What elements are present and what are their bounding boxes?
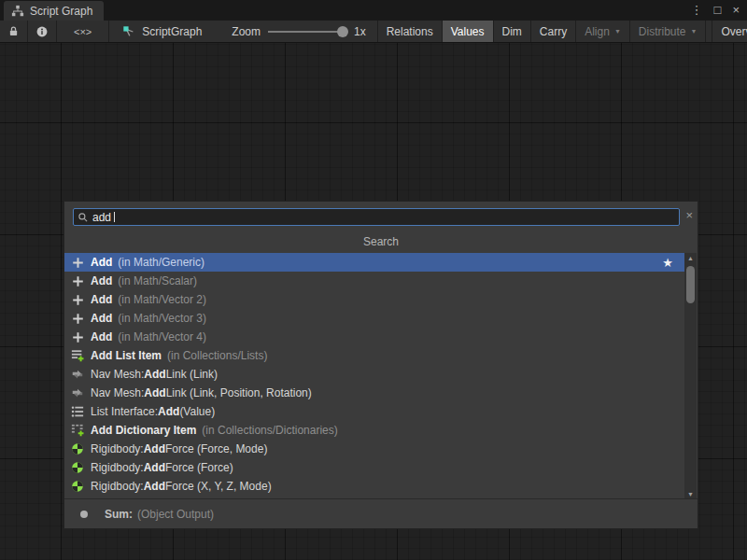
info-icon	[35, 25, 49, 38]
result-text-suffix: Force (X, Y, Z, Mode)	[165, 480, 272, 493]
scrollbar[interactable]: ▲ ▼	[684, 253, 697, 500]
rigidbody-icon	[70, 479, 85, 494]
result-text-suffix: Force (Force)	[165, 461, 233, 474]
result-text-match: Add	[91, 274, 112, 287]
rigidbody-icon	[70, 460, 85, 475]
chevron-down-icon: ▼	[614, 28, 621, 35]
result-text-suffix: Link (Link)	[166, 368, 218, 381]
zoom-control: Zoom 1x	[215, 21, 374, 42]
result-row[interactable]: Add(in Math/Generic)★	[64, 253, 686, 272]
rigidbody-icon	[70, 441, 85, 456]
result-category-note: (in Collections/Dictionaries)	[202, 424, 337, 437]
close-icon[interactable]: ×	[685, 209, 693, 222]
navmesh-icon	[70, 367, 85, 382]
result-row[interactable]: List Interface: Add (Value)	[64, 402, 686, 421]
plus-icon	[70, 329, 85, 344]
navmesh-icon	[70, 385, 85, 400]
result-category-note: (in Math/Vector 4)	[118, 330, 206, 343]
favorite-star-icon[interactable]: ★	[662, 256, 681, 270]
result-text-match: Add	[144, 386, 165, 399]
graph-hierarchy-icon	[11, 5, 24, 18]
result-row[interactable]: Add(in Math/Vector 2)	[64, 290, 686, 309]
script-graph-icon	[122, 25, 135, 38]
result-category-note: (in Math/Generic)	[118, 256, 204, 269]
tab-label: Script Graph	[30, 5, 92, 18]
result-row[interactable]: Rigidbody: Add Force (Force)	[64, 458, 686, 477]
footer-port-name: Sum:	[105, 508, 133, 521]
plus-icon	[70, 273, 85, 288]
graph-toolbar: <×> ScriptGraph Zoom 1x Relations Values…	[0, 21, 747, 43]
window-maximize-icon[interactable]: □	[714, 0, 722, 21]
angle-x-icon: <×>	[74, 26, 92, 37]
result-category-note: (in Math/Vector 2)	[118, 293, 206, 306]
align-button[interactable]: Align ▼	[576, 21, 630, 42]
zoom-label: Zoom	[232, 25, 261, 38]
zoom-slider-handle[interactable]	[337, 26, 348, 37]
result-text-prefix: List Interface:	[91, 405, 158, 418]
dim-button[interactable]: Dim	[494, 21, 531, 42]
result-text-suffix: Link (Link, Position, Rotation)	[166, 386, 312, 399]
overview-button[interactable]: Overview	[712, 21, 747, 42]
output-port-icon	[80, 511, 88, 518]
chevron-down-icon: ▼	[691, 28, 698, 35]
result-text-prefix: Rigidbody:	[91, 480, 144, 493]
zoom-value: 1x	[354, 25, 366, 38]
list-interface-icon	[70, 404, 85, 419]
values-button[interactable]: Values	[443, 21, 494, 42]
search-row: ×	[64, 202, 698, 232]
result-text-match: Add	[144, 442, 165, 455]
graph-breadcrumb[interactable]: ScriptGraph	[109, 21, 215, 42]
result-text-match: Add List Item	[91, 349, 162, 362]
result-text-match: Add	[91, 312, 112, 325]
result-text-match: Add	[144, 368, 165, 381]
result-category-note: (in Math/Scalar)	[118, 274, 197, 287]
result-category-note: (in Collections/Lists)	[167, 349, 267, 362]
fuzzy-finder-dialog: × Search Add(in Math/Generic)★Add(in Mat…	[63, 201, 698, 529]
result-text-prefix: Nav Mesh:	[91, 386, 144, 399]
footer-port-type: (Object Output)	[137, 508, 214, 521]
search-results-header: Search	[64, 232, 698, 252]
window-more-icon[interactable]: ⋮	[691, 0, 703, 21]
result-row[interactable]: Add Dictionary Item(in Collections/Dicti…	[64, 421, 686, 440]
result-text-match: Add	[144, 480, 165, 493]
result-row[interactable]: Add(in Math/Scalar)	[64, 272, 686, 290]
search-icon	[78, 212, 89, 223]
info-button[interactable]	[28, 21, 57, 42]
result-row[interactable]: Add(in Math/Vector 3)	[64, 309, 686, 328]
title-bar: Script Graph ⋮ □ ×	[0, 0, 747, 21]
result-text-match: Add	[91, 330, 112, 343]
result-row[interactable]: Nav Mesh: Add Link (Link, Position, Rota…	[64, 384, 686, 402]
result-text-prefix: Rigidbody:	[91, 461, 144, 474]
window-close-icon[interactable]: ×	[732, 0, 740, 21]
result-text-match: Add	[144, 461, 165, 474]
distribute-button[interactable]: Distribute ▼	[630, 21, 707, 42]
tab-script-graph[interactable]: Script Graph	[4, 1, 104, 21]
scroll-up-icon[interactable]: ▲	[684, 253, 697, 264]
result-row[interactable]: Add(in Math/Vector 4)	[64, 328, 686, 346]
lock-icon	[7, 25, 20, 37]
plus-icon	[70, 292, 85, 307]
result-text-match: Add	[91, 293, 112, 306]
search-input[interactable]	[89, 211, 675, 224]
dictionary-add-icon	[70, 423, 85, 438]
text-caret	[114, 212, 115, 222]
graph-breadcrumb-label: ScriptGraph	[142, 25, 202, 38]
result-text-suffix: (Value)	[179, 405, 215, 418]
result-row[interactable]: Add List Item(in Collections/Lists)	[64, 346, 686, 365]
search-box[interactable]	[73, 208, 680, 226]
lock-button[interactable]	[0, 21, 28, 42]
angle-x-button[interactable]: <×>	[57, 21, 109, 42]
zoom-slider[interactable]	[268, 31, 346, 33]
plus-icon	[70, 311, 85, 326]
carry-button[interactable]: Carry	[531, 21, 576, 42]
result-row[interactable]: Nav Mesh: Add Link (Link)	[64, 365, 686, 384]
relations-button[interactable]: Relations	[377, 21, 443, 42]
result-row[interactable]: Rigidbody: Add Force (Force, Mode)	[64, 440, 686, 458]
plus-icon	[70, 255, 85, 270]
result-category-note: (in Math/Vector 3)	[118, 312, 206, 325]
result-row[interactable]: Rigidbody: Add Force (X, Y, Z, Mode)	[64, 477, 686, 496]
result-text-suffix: Force (Force, Mode)	[165, 442, 267, 455]
scrollbar-thumb[interactable]	[686, 266, 695, 303]
result-text-prefix: Rigidbody:	[91, 442, 144, 455]
result-text-prefix: Nav Mesh:	[91, 368, 144, 381]
